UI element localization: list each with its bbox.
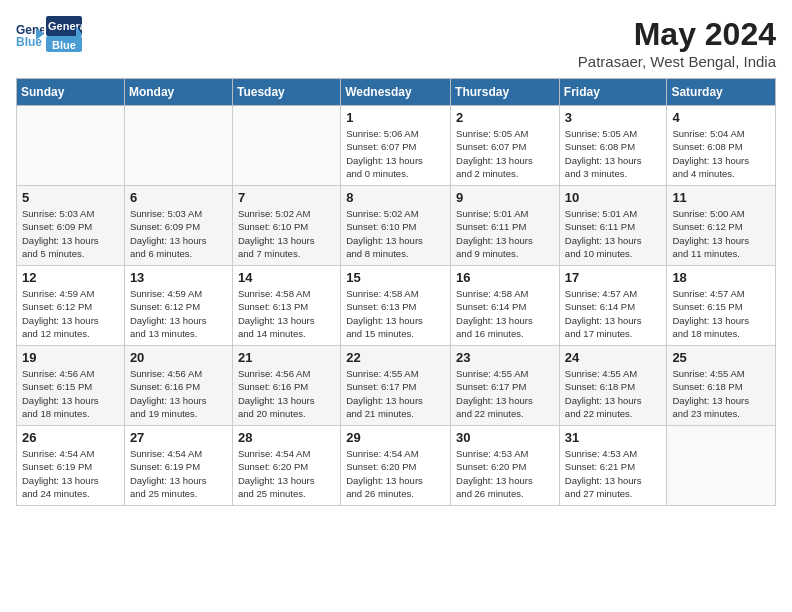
day-number: 26 — [22, 430, 119, 445]
weekday-header-cell: Tuesday — [232, 79, 340, 106]
weekday-header-cell: Thursday — [451, 79, 560, 106]
calendar-day-cell: 20Sunrise: 4:56 AM Sunset: 6:16 PM Dayli… — [124, 346, 232, 426]
day-info: Sunrise: 5:06 AM Sunset: 6:07 PM Dayligh… — [346, 127, 445, 180]
calendar-day-cell: 31Sunrise: 4:53 AM Sunset: 6:21 PM Dayli… — [559, 426, 667, 506]
title-block: May 2024 Patrasaer, West Bengal, India — [578, 16, 776, 70]
day-info: Sunrise: 5:02 AM Sunset: 6:10 PM Dayligh… — [346, 207, 445, 260]
day-number: 14 — [238, 270, 335, 285]
calendar-week-row: 12Sunrise: 4:59 AM Sunset: 6:12 PM Dayli… — [17, 266, 776, 346]
calendar-week-row: 5Sunrise: 5:03 AM Sunset: 6:09 PM Daylig… — [17, 186, 776, 266]
calendar-day-cell — [124, 106, 232, 186]
weekday-header-row: SundayMondayTuesdayWednesdayThursdayFrid… — [17, 79, 776, 106]
day-info: Sunrise: 5:01 AM Sunset: 6:11 PM Dayligh… — [456, 207, 554, 260]
day-number: 1 — [346, 110, 445, 125]
day-number: 9 — [456, 190, 554, 205]
calendar-day-cell: 9Sunrise: 5:01 AM Sunset: 6:11 PM Daylig… — [451, 186, 560, 266]
calendar-day-cell: 7Sunrise: 5:02 AM Sunset: 6:10 PM Daylig… — [232, 186, 340, 266]
calendar-day-cell: 16Sunrise: 4:58 AM Sunset: 6:14 PM Dayli… — [451, 266, 560, 346]
day-info: Sunrise: 5:05 AM Sunset: 6:08 PM Dayligh… — [565, 127, 662, 180]
calendar-day-cell: 23Sunrise: 4:55 AM Sunset: 6:17 PM Dayli… — [451, 346, 560, 426]
calendar-day-cell: 26Sunrise: 4:54 AM Sunset: 6:19 PM Dayli… — [17, 426, 125, 506]
day-info: Sunrise: 4:53 AM Sunset: 6:21 PM Dayligh… — [565, 447, 662, 500]
calendar-day-cell: 13Sunrise: 4:59 AM Sunset: 6:12 PM Dayli… — [124, 266, 232, 346]
day-number: 3 — [565, 110, 662, 125]
calendar-day-cell: 5Sunrise: 5:03 AM Sunset: 6:09 PM Daylig… — [17, 186, 125, 266]
weekday-header-cell: Sunday — [17, 79, 125, 106]
logo-icon: General Blue — [16, 20, 44, 48]
day-info: Sunrise: 4:58 AM Sunset: 6:13 PM Dayligh… — [346, 287, 445, 340]
calendar-table: SundayMondayTuesdayWednesdayThursdayFrid… — [16, 78, 776, 506]
page-header: General Blue General Blue May 2024 Patra… — [16, 16, 776, 70]
day-info: Sunrise: 5:05 AM Sunset: 6:07 PM Dayligh… — [456, 127, 554, 180]
calendar-day-cell: 12Sunrise: 4:59 AM Sunset: 6:12 PM Dayli… — [17, 266, 125, 346]
calendar-day-cell: 3Sunrise: 5:05 AM Sunset: 6:08 PM Daylig… — [559, 106, 667, 186]
day-info: Sunrise: 4:56 AM Sunset: 6:16 PM Dayligh… — [238, 367, 335, 420]
day-info: Sunrise: 4:55 AM Sunset: 6:17 PM Dayligh… — [456, 367, 554, 420]
calendar-day-cell — [667, 426, 776, 506]
day-info: Sunrise: 4:57 AM Sunset: 6:14 PM Dayligh… — [565, 287, 662, 340]
day-info: Sunrise: 4:56 AM Sunset: 6:15 PM Dayligh… — [22, 367, 119, 420]
day-number: 13 — [130, 270, 227, 285]
day-info: Sunrise: 4:55 AM Sunset: 6:18 PM Dayligh… — [672, 367, 770, 420]
weekday-header-cell: Monday — [124, 79, 232, 106]
day-number: 23 — [456, 350, 554, 365]
calendar-day-cell: 11Sunrise: 5:00 AM Sunset: 6:12 PM Dayli… — [667, 186, 776, 266]
calendar-day-cell: 25Sunrise: 4:55 AM Sunset: 6:18 PM Dayli… — [667, 346, 776, 426]
day-info: Sunrise: 4:58 AM Sunset: 6:13 PM Dayligh… — [238, 287, 335, 340]
svg-text:Blue: Blue — [52, 39, 76, 51]
calendar-day-cell: 22Sunrise: 4:55 AM Sunset: 6:17 PM Dayli… — [341, 346, 451, 426]
day-number: 10 — [565, 190, 662, 205]
day-info: Sunrise: 4:54 AM Sunset: 6:19 PM Dayligh… — [22, 447, 119, 500]
calendar-day-cell: 28Sunrise: 4:54 AM Sunset: 6:20 PM Dayli… — [232, 426, 340, 506]
day-info: Sunrise: 5:04 AM Sunset: 6:08 PM Dayligh… — [672, 127, 770, 180]
calendar-week-row: 1Sunrise: 5:06 AM Sunset: 6:07 PM Daylig… — [17, 106, 776, 186]
calendar-day-cell: 8Sunrise: 5:02 AM Sunset: 6:10 PM Daylig… — [341, 186, 451, 266]
day-info: Sunrise: 5:01 AM Sunset: 6:11 PM Dayligh… — [565, 207, 662, 260]
day-number: 21 — [238, 350, 335, 365]
day-info: Sunrise: 4:56 AM Sunset: 6:16 PM Dayligh… — [130, 367, 227, 420]
day-number: 30 — [456, 430, 554, 445]
calendar-day-cell — [17, 106, 125, 186]
day-info: Sunrise: 4:55 AM Sunset: 6:18 PM Dayligh… — [565, 367, 662, 420]
weekday-header-cell: Wednesday — [341, 79, 451, 106]
day-info: Sunrise: 4:53 AM Sunset: 6:20 PM Dayligh… — [456, 447, 554, 500]
day-number: 28 — [238, 430, 335, 445]
day-number: 16 — [456, 270, 554, 285]
calendar-week-row: 19Sunrise: 4:56 AM Sunset: 6:15 PM Dayli… — [17, 346, 776, 426]
calendar-day-cell: 29Sunrise: 4:54 AM Sunset: 6:20 PM Dayli… — [341, 426, 451, 506]
calendar-day-cell: 27Sunrise: 4:54 AM Sunset: 6:19 PM Dayli… — [124, 426, 232, 506]
calendar-day-cell: 10Sunrise: 5:01 AM Sunset: 6:11 PM Dayli… — [559, 186, 667, 266]
calendar-day-cell: 1Sunrise: 5:06 AM Sunset: 6:07 PM Daylig… — [341, 106, 451, 186]
day-number: 17 — [565, 270, 662, 285]
day-number: 15 — [346, 270, 445, 285]
day-info: Sunrise: 4:55 AM Sunset: 6:17 PM Dayligh… — [346, 367, 445, 420]
calendar-week-row: 26Sunrise: 4:54 AM Sunset: 6:19 PM Dayli… — [17, 426, 776, 506]
logo: General Blue General Blue — [16, 16, 82, 52]
day-number: 11 — [672, 190, 770, 205]
day-number: 31 — [565, 430, 662, 445]
weekday-header-cell: Friday — [559, 79, 667, 106]
day-info: Sunrise: 5:03 AM Sunset: 6:09 PM Dayligh… — [130, 207, 227, 260]
day-info: Sunrise: 5:02 AM Sunset: 6:10 PM Dayligh… — [238, 207, 335, 260]
day-number: 25 — [672, 350, 770, 365]
day-number: 2 — [456, 110, 554, 125]
calendar-day-cell: 2Sunrise: 5:05 AM Sunset: 6:07 PM Daylig… — [451, 106, 560, 186]
day-number: 29 — [346, 430, 445, 445]
calendar-day-cell: 21Sunrise: 4:56 AM Sunset: 6:16 PM Dayli… — [232, 346, 340, 426]
calendar-day-cell: 15Sunrise: 4:58 AM Sunset: 6:13 PM Dayli… — [341, 266, 451, 346]
day-info: Sunrise: 5:03 AM Sunset: 6:09 PM Dayligh… — [22, 207, 119, 260]
day-info: Sunrise: 4:59 AM Sunset: 6:12 PM Dayligh… — [130, 287, 227, 340]
day-info: Sunrise: 4:54 AM Sunset: 6:20 PM Dayligh… — [238, 447, 335, 500]
day-number: 24 — [565, 350, 662, 365]
weekday-header-cell: Saturday — [667, 79, 776, 106]
day-number: 18 — [672, 270, 770, 285]
calendar-day-cell — [232, 106, 340, 186]
day-number: 12 — [22, 270, 119, 285]
logo-graphic: General Blue — [46, 16, 82, 52]
day-info: Sunrise: 4:54 AM Sunset: 6:19 PM Dayligh… — [130, 447, 227, 500]
calendar-body: 1Sunrise: 5:06 AM Sunset: 6:07 PM Daylig… — [17, 106, 776, 506]
day-number: 27 — [130, 430, 227, 445]
calendar-day-cell: 18Sunrise: 4:57 AM Sunset: 6:15 PM Dayli… — [667, 266, 776, 346]
calendar-day-cell: 30Sunrise: 4:53 AM Sunset: 6:20 PM Dayli… — [451, 426, 560, 506]
calendar-day-cell: 14Sunrise: 4:58 AM Sunset: 6:13 PM Dayli… — [232, 266, 340, 346]
